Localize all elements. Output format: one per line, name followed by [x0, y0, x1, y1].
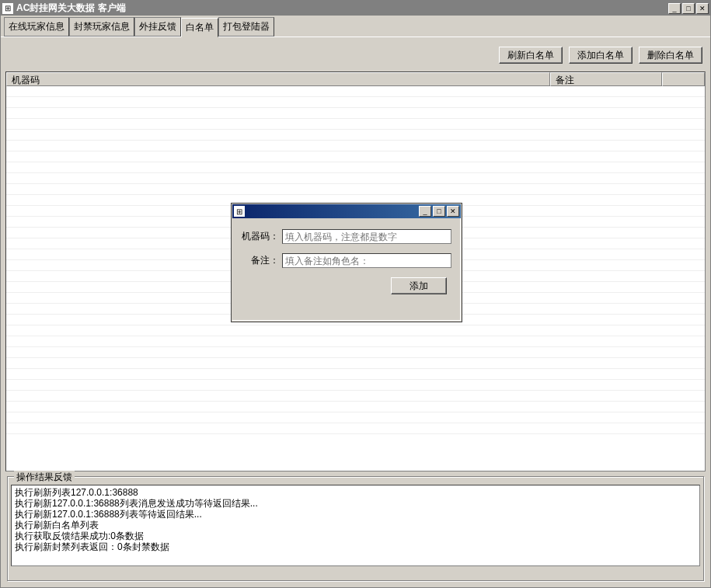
machine-code-label: 机器码： [242, 230, 279, 243]
table-header: 机器码 备注 [6, 72, 705, 86]
table-row [6, 86, 705, 97]
dialog-add-button[interactable]: 添加 [391, 277, 447, 294]
table-row [6, 151, 705, 162]
table-row [6, 141, 705, 151]
refresh-whitelist-button[interactable]: 刷新白名单 [499, 47, 563, 64]
dialog-titlebar[interactable]: ⊞ _ □ ✕ [232, 204, 461, 218]
tab-online-players[interactable]: 在线玩家信息 [4, 17, 69, 37]
remark-row: 备注： [242, 253, 451, 268]
dialog-window-controls: _ □ ✕ [419, 206, 459, 217]
feedback-log[interactable]: 执行刷新列表127.0.0.1:36888 执行刷新127.0.0.1:3688… [11, 485, 700, 566]
table-row [6, 119, 705, 130]
tab-cheat-feedback[interactable]: 外挂反馈 [134, 17, 181, 37]
col-remark[interactable]: 备注 [550, 72, 662, 86]
dialog-minimize-button[interactable]: _ [419, 206, 431, 217]
feedback-groupbox: 操作结果反馈 执行刷新列表127.0.0.1:36888 执行刷新127.0.0… [7, 476, 704, 581]
table-row [6, 325, 705, 336]
delete-whitelist-button[interactable]: 删除白名单 [639, 47, 702, 64]
close-button[interactable]: ✕ [696, 3, 709, 14]
table-row [6, 173, 705, 184]
table-row [6, 108, 705, 119]
tab-banned-players[interactable]: 封禁玩家信息 [69, 17, 134, 37]
table-row [6, 423, 705, 434]
remark-input[interactable] [282, 253, 451, 268]
tabs: 在线玩家信息 封禁玩家信息 外挂反馈 白名单 打包登陆器 [1, 16, 710, 37]
col-spacer [662, 72, 705, 86]
table-row [6, 391, 705, 402]
tab-pack-launcher[interactable]: 打包登陆器 [218, 17, 274, 37]
main-titlebar: ⊞ AC封挂网关大数据 客户端 _ □ ✕ [1, 1, 710, 16]
table-row [6, 412, 705, 423]
dialog-body: 机器码： 备注： 添加 [232, 218, 461, 301]
add-whitelist-button[interactable]: 添加白名单 [569, 47, 633, 64]
col-machine-code[interactable]: 机器码 [6, 72, 550, 86]
machine-code-row: 机器码： [242, 229, 451, 244]
table-row [6, 369, 705, 380]
table-row [6, 347, 705, 358]
table-row [6, 97, 705, 108]
remark-label: 备注： [242, 254, 279, 267]
table-row [6, 402, 705, 412]
dialog-maximize-button[interactable]: □ [433, 206, 445, 217]
table-row [6, 162, 705, 173]
window-controls: _ □ ✕ [668, 3, 709, 14]
dialog-close-button[interactable]: ✕ [447, 206, 459, 217]
dialog-icon: ⊞ [234, 206, 245, 217]
machine-code-input[interactable] [282, 229, 451, 244]
dialog-buttons: 添加 [242, 277, 451, 294]
table-row [6, 380, 705, 391]
maximize-button[interactable]: □ [682, 3, 695, 14]
table-row [6, 184, 705, 195]
feedback-label: 操作结果反馈 [14, 471, 75, 484]
table-row [6, 336, 705, 347]
table-row [6, 358, 705, 369]
toolbar: 刷新白名单 添加白名单 删除白名单 [5, 42, 706, 71]
app-icon: ⊞ [2, 3, 13, 14]
minimize-button[interactable]: _ [668, 3, 681, 14]
window-title: AC封挂网关大数据 客户端 [16, 2, 668, 15]
add-whitelist-dialog: ⊞ _ □ ✕ 机器码： 备注： 添加 [232, 204, 462, 322]
tab-whitelist[interactable]: 白名单 [181, 18, 218, 37]
table-row [6, 130, 705, 141]
